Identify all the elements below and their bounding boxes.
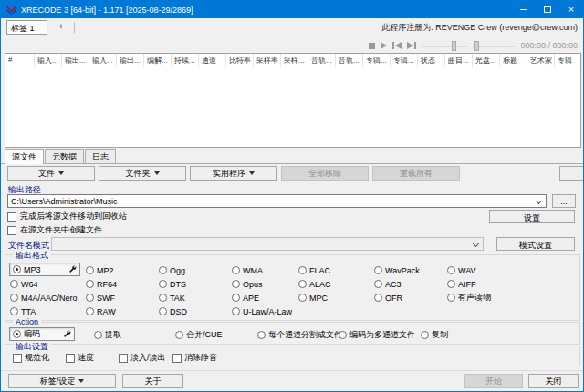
add-tab-button[interactable]: + xyxy=(54,20,68,35)
column-header-6[interactable]: 持续... xyxy=(172,54,199,67)
format-radio-flac[interactable]: FLAC xyxy=(298,264,330,276)
column-header-3[interactable]: 输入... xyxy=(89,54,117,67)
pattern-settings-button[interactable]: 模式设置 xyxy=(496,237,575,251)
column-header-18[interactable]: 标题 xyxy=(500,54,527,67)
checkbox-icon xyxy=(119,354,128,363)
document-tab-1[interactable]: 标签 1 xyxy=(6,20,47,35)
remove-all-button[interactable]: 全部移除 xyxy=(281,166,369,181)
action-radio-merge-cue[interactable]: 合并/CUE xyxy=(175,329,223,341)
minimize-icon[interactable] xyxy=(512,1,536,18)
create-in-source-option[interactable]: 在源文件夹中创建文件 xyxy=(7,224,102,236)
format-radio-tak[interactable]: TAK xyxy=(159,292,185,304)
format-radio-mp2[interactable]: MP2 xyxy=(86,264,114,276)
column-header-15[interactable]: 状态 xyxy=(418,54,445,67)
tags-settings-button[interactable]: 标签/设定 xyxy=(8,374,116,388)
column-header-11[interactable]: 音轨... xyxy=(308,54,336,67)
format-radio-m4a-aac-nero[interactable]: M4A/AAC/Nero xyxy=(10,292,78,304)
format-radio-alac[interactable]: ALAC xyxy=(298,278,331,290)
format-radio-aiff[interactable]: AIFF xyxy=(447,278,476,290)
action-radio-encode-multichannel[interactable]: 编码为多通道文件 xyxy=(339,329,415,341)
format-radio-ape[interactable]: APE xyxy=(232,292,259,304)
column-header-4[interactable]: 输出... xyxy=(117,54,144,67)
next-icon[interactable] xyxy=(407,42,416,49)
action-radio-copy[interactable]: 复制 xyxy=(421,329,448,341)
utility-menu-button[interactable]: 实用程序 xyxy=(190,166,277,181)
panel-tab-log[interactable]: 日志 xyxy=(85,149,116,163)
format-radio-rf64[interactable]: RF64 xyxy=(86,278,117,290)
format-radio-wav[interactable]: WAV xyxy=(447,264,476,276)
setting-checkbox-normalize[interactable]: 规范化 xyxy=(13,352,49,364)
output-path-combobox[interactable]: C:\Users\Administrator\Music xyxy=(7,194,547,208)
reload-all-button[interactable]: 重载所有 xyxy=(372,166,460,181)
file-menu-label: 文件 xyxy=(38,168,55,180)
output-settings-button[interactable]: 设置 xyxy=(489,210,575,223)
radio-icon xyxy=(10,294,18,302)
about-button[interactable]: 关于 xyxy=(122,374,183,388)
panel-tab-metadata[interactable]: 元数据 xyxy=(45,149,84,163)
format-radio-dsd[interactable]: DSD xyxy=(159,305,187,317)
column-header-1[interactable]: 输入... xyxy=(35,54,62,67)
wrench-icon[interactable] xyxy=(68,265,77,273)
action-radio-encode[interactable]: 编码 xyxy=(9,327,75,341)
close-icon[interactable]: × xyxy=(559,1,583,18)
format-radio-swf[interactable]: SWF xyxy=(86,292,115,304)
setting-checkbox-silence-removal[interactable]: 消除静音 xyxy=(172,352,217,364)
item-label: 提取 xyxy=(105,329,121,341)
start-button[interactable]: 开始 xyxy=(464,374,523,388)
format-radio-ogg[interactable]: Ogg xyxy=(159,264,185,276)
format-radio-wma[interactable]: WMA xyxy=(232,264,263,276)
close-button[interactable]: 关闭 xyxy=(528,374,579,388)
column-header-19[interactable]: 艺术家 xyxy=(527,54,555,67)
radio-icon xyxy=(298,266,307,274)
utility-menu-label: 实用程序 xyxy=(213,168,245,180)
format-radio-ofr[interactable]: OFR xyxy=(374,292,402,304)
format-radio-mpc[interactable]: MPC xyxy=(298,292,328,304)
more-options-button[interactable] xyxy=(559,166,584,181)
app-logo-icon xyxy=(6,5,16,15)
column-header-13[interactable]: 专辑... xyxy=(363,54,391,67)
format-radio-dts[interactable]: DTS xyxy=(159,278,186,290)
format-radio-wavpack[interactable]: WavPack xyxy=(374,264,420,276)
column-header-12[interactable]: 音轨... xyxy=(336,54,363,67)
setting-checkbox-fade-in-out[interactable]: 淡入/淡出 xyxy=(119,352,166,364)
panel-tab-source-files[interactable]: 源文件 xyxy=(5,149,44,164)
browse-button[interactable]: ... xyxy=(552,194,576,208)
folder-menu-button[interactable]: 文件夹 xyxy=(99,166,186,181)
column-header-9[interactable]: 采样率 xyxy=(254,54,281,67)
item-label: M4A/AAC/Nero xyxy=(21,294,78,303)
column-header-16[interactable]: 曲目... xyxy=(445,54,473,67)
column-header-17[interactable]: 光盘... xyxy=(473,54,500,67)
play-icon[interactable] xyxy=(381,42,387,49)
seek-slider[interactable] xyxy=(473,41,515,51)
format-radio-mp3[interactable]: MP3 xyxy=(9,263,80,276)
column-header-0[interactable]: # xyxy=(5,54,35,67)
move-to-recycle-option[interactable]: 完成后将源文件移动到回收站 xyxy=(7,211,127,222)
format-radio-ac3[interactable]: AC3 xyxy=(374,278,402,290)
column-header-14[interactable]: 专辑... xyxy=(391,54,418,67)
column-header-7[interactable]: 通道 xyxy=(199,54,226,67)
volume-slider[interactable] xyxy=(422,41,467,51)
radio-icon xyxy=(232,280,240,288)
column-header-20[interactable]: 专辑 xyxy=(555,54,582,67)
format-radio-opus[interactable]: Opus xyxy=(232,278,263,290)
filename-pattern-combobox[interactable] xyxy=(51,237,484,251)
format-radio-u-law-a-law[interactable]: U-Law/A-Law xyxy=(232,305,292,317)
file-menu-button[interactable]: 文件 xyxy=(7,166,95,181)
column-header-8[interactable]: 比特率 xyxy=(226,54,254,67)
format-radio-audiobook[interactable]: 有声读物 xyxy=(447,292,491,304)
time-display: 000:00 / 000:00 xyxy=(520,41,578,50)
table-body[interactable] xyxy=(5,67,580,147)
column-header-10[interactable]: 采样... xyxy=(281,54,308,67)
action-radio-extract[interactable]: 提取 xyxy=(94,329,121,341)
format-radio-raw[interactable]: RAW xyxy=(86,305,116,317)
format-radio-w64[interactable]: W64 xyxy=(10,278,38,290)
wrench-icon[interactable] xyxy=(63,330,71,338)
column-header-2[interactable]: 输出... xyxy=(62,54,89,67)
previous-icon[interactable] xyxy=(392,42,402,49)
stop-icon[interactable] xyxy=(369,43,375,49)
setting-checkbox-speed[interactable]: 速度 xyxy=(66,352,94,364)
column-header-5[interactable]: 编解... xyxy=(144,54,172,67)
maximize-icon[interactable] xyxy=(536,1,559,18)
action-radio-split-per-channel[interactable]: 每个通道分割成文件 xyxy=(257,329,342,341)
format-radio-tta[interactable]: TTA xyxy=(10,305,36,317)
